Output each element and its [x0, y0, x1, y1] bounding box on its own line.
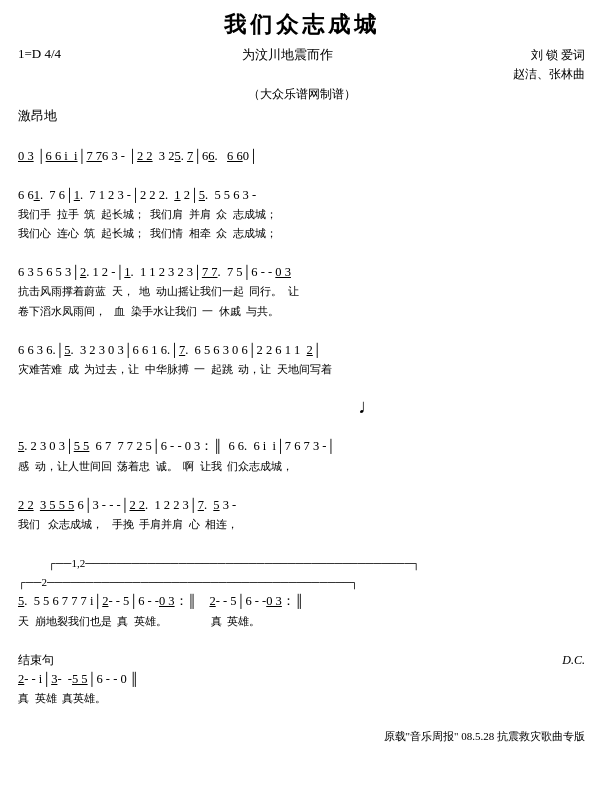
page-container: 我们众志成城 1=D 4/4 为汶川地震而作 刘 锁 爱词 赵洁、张林曲 （大众… [18, 10, 585, 767]
line7-lyrics: 天 崩地裂我们也是 真 英雄。 真 英雄。 [18, 615, 260, 627]
ending-label: 结束句 [18, 653, 54, 667]
line5-lyrics: 感 动，让人世间回 荡着忠 诚。 啊 让我 们众志成城， [18, 460, 293, 472]
line8-lyrics: 真 英雄 真英雄。 [18, 692, 106, 704]
meta-row: 1=D 4/4 为汶川地震而作 刘 锁 爱词 赵洁、张林曲 [18, 46, 585, 84]
line3-notes: 6 3 5 6 5 3│2. 1 2 -│1. 1 1 2 3 2 3│7 7.… [18, 265, 291, 279]
line2-lyrics2: 我们心 连心 筑 起长城； 我们情 相牵 众 志成城； [18, 227, 277, 239]
author-block: 刘 锁 爱词 赵洁、张林曲 [513, 46, 585, 84]
line6-lyrics: 我们 众志成城， 手挽 手肩并肩 心 相连， [18, 518, 238, 530]
line3-lyrics: 抗击风雨撑着蔚蓝 天， 地 动山摇让我们一起 同行。 让 [18, 285, 299, 297]
subtitle: 为汶川地震而作 [61, 46, 513, 64]
key-time: 1=D 4/4 [18, 46, 61, 62]
tempo-mark: 激昂地 [18, 107, 585, 125]
line3-lyrics2: 卷下滔水凤雨间， 血 染手水让我们 一 休戚 与共。 [18, 305, 279, 317]
author1: 刘 锁 爱词 [513, 46, 585, 65]
line5-notes: ♩ [18, 399, 585, 418]
line2-notes: 6 61. 7 6│1. 7 1 2 3 -│2 2 2. 1 2│5. 5 5… [18, 188, 256, 202]
line1-notes: 0 3 │6 6 i i│7 76 3 - │2 2 3 25. 7│66. 6… [18, 149, 258, 163]
line2-lyrics: 我们手 拉手 筑 起长城； 我们肩 并肩 众 志成城； [18, 208, 277, 220]
line4-lyrics: 灾难苦难 成 为过去，让 中华脉搏 一 起跳 动，让 天地间写着 [18, 363, 332, 375]
line8-notes: 2- - i│3- -5 5│6 - - 0 ║ [18, 672, 139, 686]
line7-notes: 5. 5 5 6 7 7 7 i│2- - 5│6 - -0 3：║ 2- - … [18, 594, 304, 608]
page-title: 我们众志成城 [18, 10, 585, 40]
original-note: 原载"音乐周报" 08.5.28 抗震救灾歌曲专版 [384, 728, 585, 745]
line4-notes: 6 6 3 6.│5. 3 2 3 0 3│6 6 1 6.│7. 6 5 6 … [18, 343, 322, 357]
author2: 赵洁、张林曲 [513, 65, 585, 84]
line5a-notes: 5. 2 3 0 3│5 5 6 7 7 7 2 5│6 - - 0 3：║ 6… [18, 439, 335, 453]
line6-notes: 2 2 3 5 5 5 6│3 - - -│2 2. 1 2 2 3│7. 5 … [18, 498, 236, 512]
music-content: 0 3 │6 6 i i│7 76 3 - │2 2 3 25. 7│66. 6… [18, 127, 585, 766]
dc-label: D.C. [562, 651, 585, 670]
subtitle-sub: （大众乐谱网制谱） [18, 86, 585, 103]
subtitle-center: 为汶川地震而作 [61, 46, 513, 64]
line7-bracket: ┌──1,2──────────────────────────────────… [18, 557, 464, 588]
